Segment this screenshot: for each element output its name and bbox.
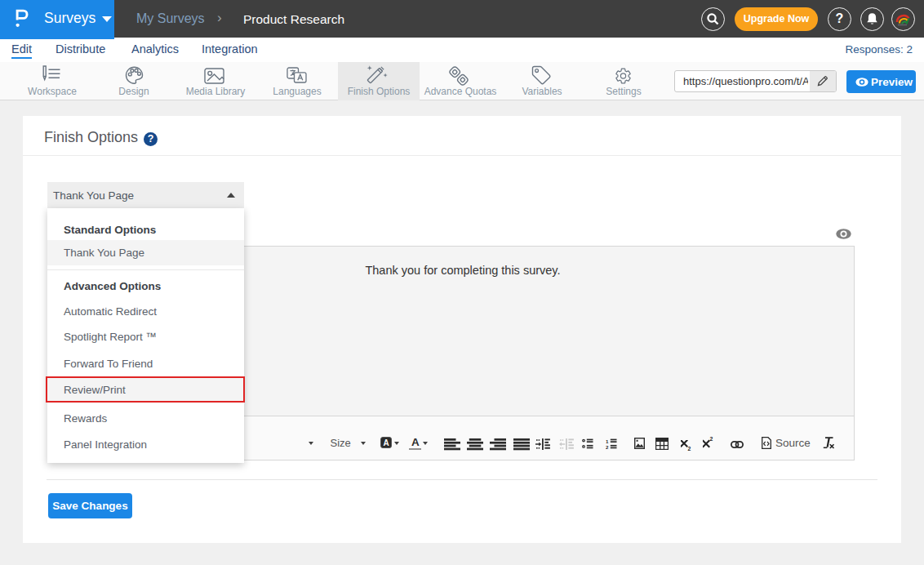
svg-text:2: 2	[687, 446, 691, 452]
svg-text:1: 1	[606, 438, 609, 444]
svg-text:2: 2	[709, 437, 713, 442]
svg-text:2: 2	[606, 444, 609, 449]
